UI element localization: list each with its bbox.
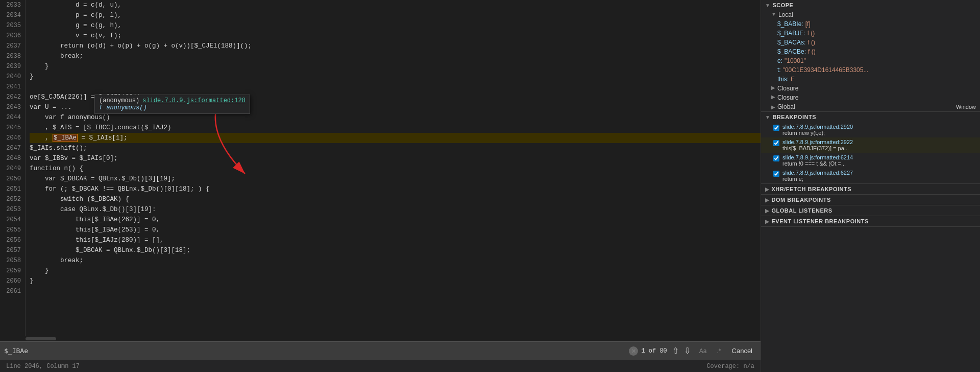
closure2-header[interactable]: ▶ Closure — [761, 93, 980, 102]
local-label: Local — [778, 11, 793, 18]
line-number: 2046 — [4, 133, 21, 143]
code-line: } — [30, 276, 761, 286]
breakpoint-item: slide.7.8.9.js:formatted:6214return !0 =… — [761, 153, 980, 168]
code-line: , $_IBAe = $_IAIs[1]; — [30, 133, 761, 143]
scope-item-value: f () — [807, 39, 815, 46]
scope-item[interactable]: t: "00C1E3934D1614465B3305... — [761, 65, 980, 75]
line-number: 2043 — [4, 102, 21, 112]
scope-collapse-icon: ▼ — [765, 3, 770, 8]
code-line: v = c(v, f); — [30, 31, 761, 41]
breakpoint-checkbox[interactable] — [773, 171, 779, 177]
line-number: 2037 — [4, 41, 21, 51]
code-line — [30, 82, 761, 92]
breakpoint-item: slide.7.8.9.js:formatted:6227return e; — [761, 168, 980, 183]
event-listeners-header[interactable]: ▶ Event Listener Breakpoints — [761, 216, 980, 226]
breakpoint-checkbox[interactable] — [773, 140, 779, 146]
code-line: function n() { — [30, 164, 761, 174]
line-number: 2034 — [4, 10, 21, 20]
search-input[interactable] — [4, 347, 626, 355]
global-header[interactable]: ▶ Global Window — [761, 102, 980, 111]
event-listeners-section: ▶ Event Listener Breakpoints — [761, 216, 980, 227]
breakpoint-text: slide.7.8.9.js:formatted:2922this[$_BABJ… — [782, 139, 853, 151]
tooltip-header: (anonymous) slide.7.8.9.js:formatted:128 — [99, 97, 246, 104]
search-prev-button[interactable]: ⇧ — [670, 346, 681, 356]
scope-label: Scope — [772, 2, 793, 8]
code-line: switch ($_DBCAK) { — [30, 194, 761, 204]
line-number: 2036 — [4, 31, 21, 41]
line-number: 2040 — [4, 72, 21, 82]
breakpoint-code: return new y(t,e); — [782, 130, 853, 136]
code-scrollbar[interactable] — [0, 336, 761, 341]
scope-item[interactable]: $_BACBe: f () — [761, 47, 980, 56]
scope-item[interactable]: e: "10001" — [761, 56, 980, 65]
scope-section: ▼ Scope ▼ Local $_BABIe: [f]$_BABJE: f (… — [761, 0, 980, 112]
code-line: , $_AIS = [$_IBCC].concat($_IAJ2) — [30, 123, 761, 133]
breakpoint-code: return !0 === t && (Ot =... — [782, 160, 853, 167]
global-listeners-section: ▶ Global Listeners — [761, 205, 980, 216]
scope-item[interactable]: $_BACAs: f () — [761, 38, 980, 47]
status-bar: Line 2046, Column 17 Coverage: n/a — [0, 360, 761, 372]
code-content: 2033203420352036203720382039204020412042… — [0, 0, 761, 336]
local-header[interactable]: ▼ Local — [761, 10, 980, 19]
code-line: var $_DBCAK = QBLnx.$_Db()[3][19]; — [30, 174, 761, 184]
tooltip-body: f anonymous() — [99, 104, 246, 111]
breakpoint-checkbox[interactable] — [773, 155, 779, 161]
scope-item[interactable]: this: E — [761, 75, 980, 84]
line-number: 2041 — [4, 82, 21, 92]
main-area: 2033203420352036203720382039204020412042… — [0, 0, 980, 372]
scope-item-value: f () — [807, 30, 815, 37]
breakpoints-header[interactable]: ▼ Breakpoints — [761, 112, 980, 122]
code-line: for (; $_DBCAK !== QBLnx.$_Db()[0][18]; … — [30, 184, 761, 194]
line-number: 2054 — [4, 215, 21, 225]
breakpoints-collapse-icon: ▼ — [765, 114, 770, 120]
line-number: 2047 — [4, 143, 21, 153]
code-lines[interactable]: d = c(d, u), p = c(p, l), g = c(g, h), v… — [26, 0, 761, 336]
global-listeners-header[interactable]: ▶ Global Listeners — [761, 205, 980, 216]
line-number: 2042 — [4, 92, 21, 102]
scope-item[interactable]: $_BABJE: f () — [761, 29, 980, 38]
scope-item-value: E — [791, 76, 795, 83]
code-line: } — [30, 266, 761, 276]
scope-item-value: [f] — [805, 20, 811, 28]
scope-item-name: this: — [777, 76, 789, 83]
code-line: $_IAIs.shift(); — [30, 143, 761, 153]
line-number: 2056 — [4, 235, 21, 245]
clear-search-button[interactable]: ✕ — [629, 346, 638, 356]
dom-header[interactable]: ▶ DOM Breakpoints — [761, 195, 980, 205]
line-number: 2038 — [4, 51, 21, 61]
search-regex-button[interactable]: .* — [714, 346, 725, 356]
breakpoint-location: slide.7.8.9.js:formatted:6227 — [782, 170, 853, 176]
closure2-icon: ▶ — [771, 94, 775, 100]
global-label: Global — [777, 103, 795, 110]
breakpoints-list: slide.7.8.9.js:formatted:2920return new … — [761, 122, 980, 183]
xhr-label: XHR/fetch Breakpoints — [772, 186, 852, 192]
breakpoint-checkbox[interactable] — [773, 125, 779, 131]
xhr-header[interactable]: ▶ XHR/fetch Breakpoints — [761, 184, 980, 194]
search-cancel-button[interactable]: Cancel — [728, 346, 756, 356]
search-current: 1 — [641, 347, 645, 355]
dom-section: ▶ DOM Breakpoints — [761, 195, 980, 205]
global-listeners-label: Global Listeners — [772, 207, 832, 214]
coverage-status: Coverage: n/a — [706, 363, 754, 370]
search-next-button[interactable]: ⇩ — [682, 346, 693, 356]
tooltip-link[interactable]: slide.7.8.9.js:formatted:128 — [142, 97, 246, 104]
closure-icon: ▶ — [771, 85, 775, 90]
search-match-case-button[interactable]: Aa — [696, 346, 710, 356]
line-number: 2059 — [4, 266, 21, 276]
line-number: 2060 — [4, 276, 21, 286]
line-number: 2057 — [4, 245, 21, 255]
line-number: 2048 — [4, 153, 21, 164]
breakpoint-location: slide.7.8.9.js:formatted:6214 — [782, 154, 853, 160]
line-number: 2052 — [4, 194, 21, 204]
closure-label: Closure — [777, 85, 798, 92]
scope-item[interactable]: $_BABIe: [f] — [761, 19, 980, 29]
code-line — [30, 286, 761, 296]
cursor-position: Line 2046, Column 17 — [6, 363, 80, 370]
scrollbar-thumb[interactable] — [26, 337, 56, 340]
breakpoint-text: slide.7.8.9.js:formatted:6214return !0 =… — [782, 154, 853, 167]
dom-label: DOM Breakpoints — [772, 197, 831, 203]
scope-header[interactable]: ▼ Scope — [761, 0, 980, 10]
line-number: 2049 — [4, 164, 21, 174]
line-number: 2033 — [4, 0, 21, 10]
closure-header[interactable]: ▶ Closure — [761, 84, 980, 93]
